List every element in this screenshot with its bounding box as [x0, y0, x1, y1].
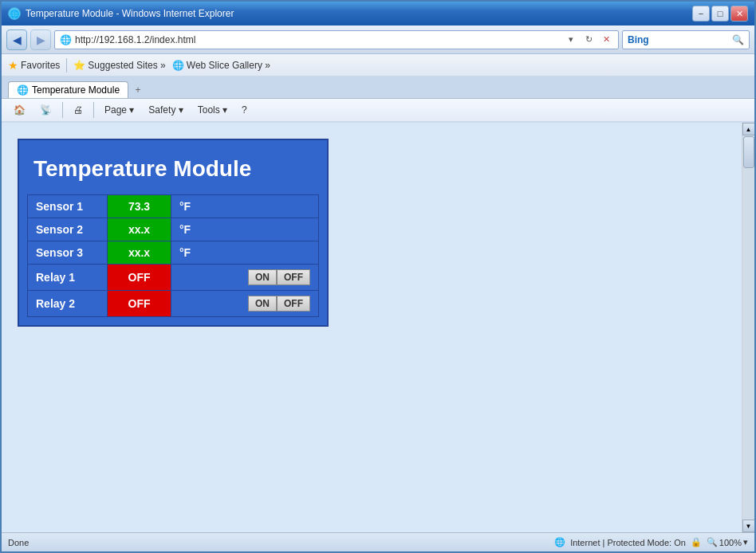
- stop-button[interactable]: ✕: [599, 33, 613, 47]
- suggested-sites-label: Suggested Sites »: [88, 60, 165, 71]
- forward-button[interactable]: ▶: [30, 29, 51, 50]
- zoom-level: 100%: [719, 538, 742, 547]
- address-bar: 🌐 http://192.168.1.2/index.html ▾ ↻ ✕: [54, 30, 619, 49]
- window-title: Temperature Module - Windows Internet Ex…: [26, 8, 234, 19]
- internet-zone-icon: 🌐: [554, 537, 565, 547]
- sensor-1-label: Sensor 1: [28, 195, 108, 218]
- web-slice-icon: 🌐: [172, 60, 184, 71]
- feeds-button[interactable]: 📡: [34, 100, 57, 120]
- window-controls: − □ ✕: [692, 6, 748, 22]
- scroll-thumb[interactable]: [743, 136, 754, 168]
- refresh-button[interactable]: ↻: [581, 33, 596, 47]
- address-text: http://192.168.1.2/index.html: [75, 34, 561, 45]
- sensor-3-unit: °F: [171, 241, 319, 265]
- page-content: Temperature Module Sensor 1 73.3 °F Sens…: [2, 123, 742, 532]
- toolbar-separator-1: [62, 102, 63, 118]
- sensor-2-row: Sensor 2 xx.x °F: [28, 218, 319, 241]
- address-dropdown-button[interactable]: ▾: [564, 33, 578, 47]
- sensor-3-row: Sensor 3 xx.x °F: [28, 241, 319, 265]
- scroll-track[interactable]: [742, 135, 755, 520]
- browser-window: 🌐 Temperature Module - Windows Internet …: [0, 0, 756, 553]
- command-toolbar: 🏠 📡 🖨 Page ▾ Safety ▾ Tools ▾ ?: [2, 99, 754, 123]
- tab-favicon: 🌐: [17, 84, 29, 96]
- status-bar: Done 🌐 Internet | Protected Mode: On 🔒 🔍…: [2, 532, 754, 551]
- relay-1-state: OFF: [108, 265, 171, 291]
- minimize-button[interactable]: −: [692, 6, 710, 22]
- relay-2-controls: ONOFF: [171, 291, 319, 317]
- sensor-2-value: xx.x: [108, 218, 171, 241]
- help-button[interactable]: ?: [236, 100, 253, 120]
- relay-1-on-button[interactable]: ON: [248, 269, 277, 285]
- toolbar-separator-2: [93, 102, 94, 118]
- navigation-bar: ◀ ▶ 🌐 http://192.168.1.2/index.html ▾ ↻ …: [2, 25, 754, 54]
- temperature-module: Temperature Module Sensor 1 73.3 °F Sens…: [18, 139, 329, 327]
- tab-bar: 🌐 Temperature Module +: [2, 76, 754, 99]
- search-engine-label: Bing: [628, 34, 732, 45]
- browser-icon: 🌐: [8, 7, 21, 20]
- relay-2-label: Relay 2: [28, 291, 108, 317]
- page-button[interactable]: Page ▾: [99, 100, 140, 120]
- title-bar: 🌐 Temperature Module - Windows Internet …: [2, 2, 754, 25]
- address-icon: 🌐: [60, 34, 72, 45]
- suggested-sites-item[interactable]: ⭐ Suggested Sites »: [73, 60, 165, 71]
- lock-icon: 🔒: [691, 537, 702, 547]
- favorites-button[interactable]: ★ Favorites: [8, 59, 60, 72]
- active-tab[interactable]: 🌐 Temperature Module: [8, 81, 128, 98]
- relay-1-row: Relay 1 OFF ONOFF: [28, 265, 319, 291]
- search-box[interactable]: Bing 🔍: [622, 30, 750, 49]
- module-title: Temperature Module: [27, 148, 319, 194]
- back-button[interactable]: ◀: [6, 29, 27, 50]
- sensor-table: Sensor 1 73.3 °F Sensor 2 xx.x °F Sens: [27, 194, 319, 317]
- web-slice-label: Web Slice Gallery »: [187, 60, 270, 71]
- scroll-up-button[interactable]: ▲: [742, 123, 755, 135]
- safety-button[interactable]: Safety ▾: [143, 100, 188, 120]
- zoom-icon: 🔍: [707, 537, 718, 547]
- new-tab-button[interactable]: +: [130, 82, 146, 98]
- maximize-button[interactable]: □: [711, 6, 729, 22]
- zoom-control[interactable]: 🔍 100% ▾: [707, 537, 748, 547]
- relay-2-off-button[interactable]: OFF: [277, 296, 310, 312]
- status-right: 🌐 Internet | Protected Mode: On 🔒 🔍 100%…: [554, 537, 748, 547]
- sensor-2-label: Sensor 2: [28, 218, 108, 241]
- favorites-separator: [66, 58, 67, 73]
- scroll-down-button[interactable]: ▼: [742, 520, 755, 532]
- favorites-label: Favorites: [21, 60, 60, 71]
- sensor-1-unit: °F: [171, 195, 319, 218]
- tools-button[interactable]: Tools ▾: [192, 100, 233, 120]
- search-icon: 🔍: [732, 34, 744, 45]
- favorites-star-icon: ★: [8, 59, 18, 72]
- home-button[interactable]: 🏠: [8, 100, 31, 120]
- relay-1-label: Relay 1: [28, 265, 108, 291]
- web-slice-gallery-item[interactable]: 🌐 Web Slice Gallery »: [172, 60, 270, 71]
- title-bar-left: 🌐 Temperature Module - Windows Internet …: [8, 7, 234, 20]
- scrollbar: ▲ ▼: [742, 123, 754, 532]
- sensor-1-value: 73.3: [108, 195, 171, 218]
- relay-1-off-button[interactable]: OFF: [277, 269, 310, 285]
- security-status: Internet | Protected Mode: On: [570, 538, 686, 547]
- status-text: Done: [8, 538, 548, 547]
- sensor-1-row: Sensor 1 73.3 °F: [28, 195, 319, 218]
- relay-2-on-button[interactable]: ON: [248, 296, 277, 312]
- relay-2-state: OFF: [108, 291, 171, 317]
- relay-1-controls: ONOFF: [171, 265, 319, 291]
- favorites-bar: ★ Favorites ⭐ Suggested Sites » 🌐 Web Sl…: [2, 54, 754, 76]
- suggested-sites-icon: ⭐: [73, 60, 85, 71]
- zoom-dropdown-icon: ▾: [743, 537, 748, 547]
- content-area: Temperature Module Sensor 1 73.3 °F Sens…: [2, 123, 754, 532]
- close-button[interactable]: ✕: [730, 6, 748, 22]
- tab-label: Temperature Module: [32, 84, 120, 96]
- sensor-3-value: xx.x: [108, 241, 171, 265]
- print-button[interactable]: 🖨: [68, 100, 89, 120]
- sensor-2-unit: °F: [171, 218, 319, 241]
- sensor-3-label: Sensor 3: [28, 241, 108, 265]
- relay-2-row: Relay 2 OFF ONOFF: [28, 291, 319, 317]
